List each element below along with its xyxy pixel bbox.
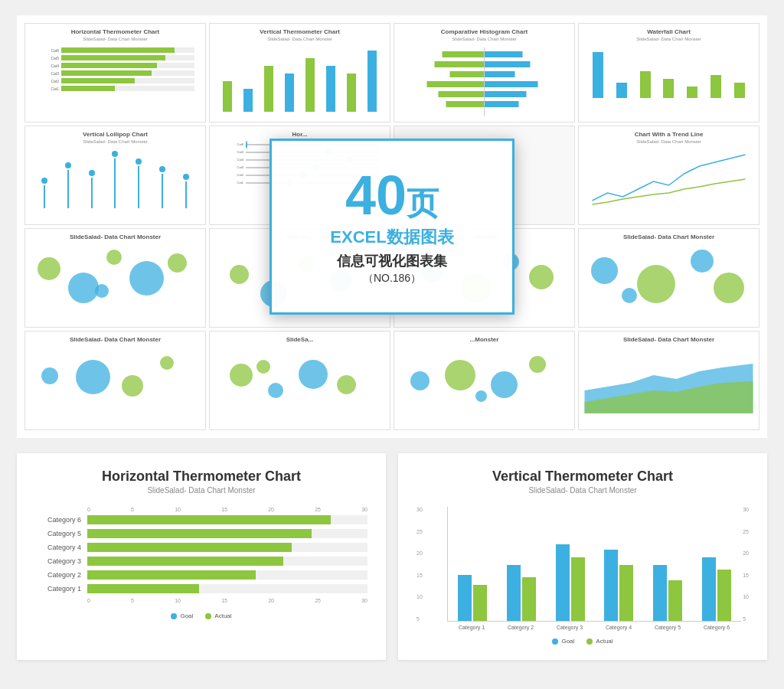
mosaic-grid: Horizontal Thermometer Chart SlideSalad-… xyxy=(24,23,760,430)
svg-rect-7 xyxy=(427,81,485,87)
mosaic-cell-bubble5: SlideSalad- Data Chart Monster xyxy=(24,331,206,430)
svg-rect-10 xyxy=(485,101,519,107)
chart-title: Vertical Lollipop Chart xyxy=(30,131,201,138)
chart-title: Comparative Histogram Chart xyxy=(399,28,570,35)
detail-card-left: Horizontal Thermometer Chart SlideSalad-… xyxy=(17,453,386,660)
chart-title: Chart With a Trend Line xyxy=(583,131,754,138)
chart-subtitle: SlideSalad- Data Chart Monster xyxy=(30,139,201,144)
svg-rect-4 xyxy=(485,71,515,77)
mosaic-cell-bubble1: SlideSalad- Data Chart Monster xyxy=(24,228,206,328)
svg-rect-0 xyxy=(485,51,523,57)
overlay-subtitle: （NO.186） xyxy=(363,272,421,286)
mosaic-cell-v-lollipop: Vertical Lollipop Chart SlideSalad- Data… xyxy=(24,126,206,225)
overlay-title2: 信息可视化图表集 xyxy=(337,252,447,270)
chart-subtitle: SlideSalad- Data Chart Monster xyxy=(30,37,201,41)
detail-right-bars xyxy=(447,507,741,622)
chart-title: SlideSalad- Data Chart Monster xyxy=(30,233,201,240)
chart-title: SlideSalad- Data Chart Monster xyxy=(583,233,754,240)
mosaic-cell-trend: Chart With a Trend Line SlideSalad- Data… xyxy=(578,126,760,225)
overlay-pages: 页 xyxy=(407,188,439,220)
mosaic-cell-h-thermo: Horizontal Thermometer Chart SlideSalad-… xyxy=(24,23,206,122)
overlay-number: 40 xyxy=(345,168,407,223)
detail-left-axis-bottom: 0 5 10 15 20 25 30 xyxy=(35,598,368,603)
chart-title: Hor... xyxy=(214,131,385,138)
mosaic-cell-bubble7: ...Monster xyxy=(394,331,575,430)
svg-rect-5 xyxy=(450,71,485,77)
detail-right-legend: Goal Actual xyxy=(416,638,749,645)
svg-rect-11 xyxy=(446,101,485,107)
chart-title: Waterfall Chart xyxy=(583,28,754,35)
chart-title: ...Monster xyxy=(399,336,570,343)
mosaic-cell-v-thermo: Vertical Thermometer Chart SlideSalad- D… xyxy=(209,23,390,122)
chart-title: SlideSalad- Data Chart Monster xyxy=(30,336,201,343)
mosaic-cell-bubble4: SlideSalad- Data Chart Monster xyxy=(578,228,760,328)
detail-left-legend: Goal Actual xyxy=(35,612,368,619)
svg-rect-6 xyxy=(485,81,538,87)
chart-subtitle: SlideSalad- Data Chart Monster xyxy=(214,37,385,41)
mosaic-cell-comp-hist: Comparative Histogram Chart SlideSalad- … xyxy=(394,23,575,122)
detail-right-labels: Category 1 Category 2 Category 3 Categor… xyxy=(424,625,741,630)
svg-rect-3 xyxy=(435,61,485,67)
chart-title: Vertical Thermometer Chart xyxy=(214,28,385,35)
chart-subtitle: SlideSalad- Data Chart Monster xyxy=(583,37,754,41)
overlay-title1: EXCEL数据图表 xyxy=(330,226,453,249)
chart-title: SlideSa... xyxy=(214,336,385,343)
detail-left-subtitle: SlideSalad- Data Chart Monster xyxy=(35,486,368,495)
detail-right-subtitle: SlideSalad- Data Chart Monster xyxy=(416,486,749,495)
mosaic-cell-area: SlideSalad- Data Chart Monster xyxy=(578,331,760,430)
detail-left-bars: Category 6 Category 5 Category 4 Categor… xyxy=(35,515,368,593)
svg-rect-2 xyxy=(485,61,531,67)
detail-section: Horizontal Thermometer Chart SlideSalad-… xyxy=(17,453,767,660)
svg-rect-1 xyxy=(443,51,485,57)
mosaic-cell-waterfall: Waterfall Chart SlideSalad- Data Chart M… xyxy=(578,23,760,122)
chart-subtitle: SlideSalad- Data Chart Monster xyxy=(399,37,570,41)
svg-rect-9 xyxy=(439,91,485,97)
chart-subtitle: SlideSalad- Data Chart Monster xyxy=(583,139,754,144)
detail-left-axis-top: 0 5 10 15 20 25 30 xyxy=(35,507,368,512)
overlay-popup: 40 页 EXCEL数据图表 信息可视化图表集 （NO.186） xyxy=(270,139,514,315)
chart-title: Horizontal Thermometer Chart xyxy=(30,28,201,35)
chart-title: SlideSalad- Data Chart Monster xyxy=(583,336,754,343)
detail-right-title: Vertical Thermometer Chart xyxy=(416,469,749,485)
mosaic-cell-bubble6: SlideSa... xyxy=(209,331,390,430)
mosaic-section: Horizontal Thermometer Chart SlideSalad-… xyxy=(17,15,767,438)
detail-left-title: Horizontal Thermometer Chart xyxy=(35,469,368,485)
svg-rect-8 xyxy=(485,91,527,97)
detail-card-right: Vertical Thermometer Chart SlideSalad- D… xyxy=(398,453,767,660)
